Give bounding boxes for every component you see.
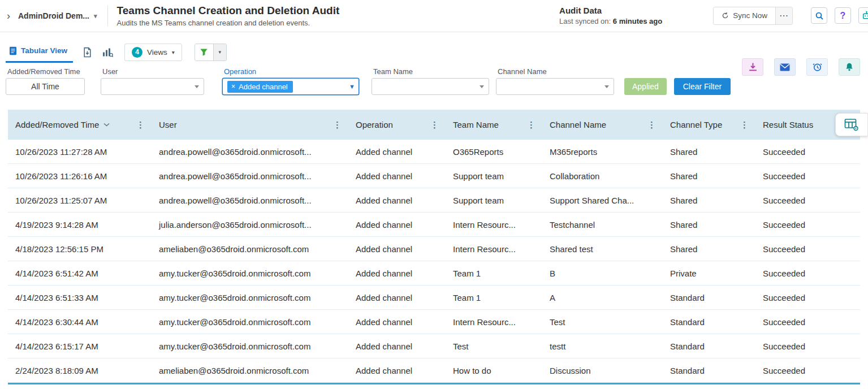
table-cell: amy.tucker@o365droid.onmicrosoft.com	[152, 334, 348, 358]
table-cell: 10/26/2023 11:26:16 AM	[8, 164, 152, 188]
filter-split-button: ▾	[195, 44, 227, 61]
filter-options-caret[interactable]: ▾	[213, 44, 226, 60]
chevron-down-icon: ▼	[349, 83, 355, 90]
filter-operation-select[interactable]: × Added channel ▼	[222, 78, 359, 95]
filter-time: Added/Removed Time All Time	[6, 67, 85, 95]
audit-data-label: Audit Data	[559, 5, 662, 16]
table-cell: 2/24/2023 8:18:09 AM	[8, 358, 152, 382]
clear-filter-button[interactable]: Clear Filter	[674, 78, 731, 95]
table-cell: Shared	[663, 188, 755, 212]
table-row[interactable]: 2/24/2023 8:18:09 AMameliaben@o365droid.…	[8, 358, 860, 383]
table-cell: Succeeded	[755, 358, 860, 382]
assistant-bot-button[interactable]	[858, 7, 868, 24]
table-row[interactable]: 4/19/2023 9:14:28 AMjulia.anderson@o365d…	[8, 213, 860, 237]
schedule-button[interactable]	[806, 58, 828, 76]
filter-user-label: User	[101, 67, 204, 76]
table-cell: amy.tucker@o365droid.onmicrosoft.com	[152, 310, 348, 334]
download-icon	[748, 62, 758, 72]
column-header-team[interactable]: Team Name ⋮	[446, 110, 542, 140]
column-menu-icon[interactable]: ⋮	[135, 120, 146, 130]
more-options-button[interactable]: ⋯	[775, 7, 792, 24]
expand-sidebar-icon[interactable]: ›	[3, 11, 14, 21]
chevron-down-icon: ▾	[172, 49, 175, 55]
alarm-clock-icon	[813, 62, 822, 72]
table-cell: Added channel	[348, 140, 446, 163]
column-header-operation[interactable]: Operation ⋮	[348, 110, 446, 140]
content-area: Tabular View 4 Views ▾ ▾	[0, 32, 868, 384]
table-cell: Shared	[663, 237, 755, 261]
search-button[interactable]	[811, 7, 827, 24]
page-title: Teams Channel Creation and Deletion Audi…	[117, 5, 340, 18]
org-selector-label: AdminDroid Dem...	[18, 11, 89, 20]
table-row[interactable]: 10/26/2023 11:27:28 AMandrea.powell@o365…	[8, 140, 860, 164]
chip-remove-icon[interactable]: ×	[231, 83, 235, 90]
table-row[interactable]: 10/26/2023 11:26:16 AMandrea.powell@o365…	[8, 164, 860, 188]
views-dropdown[interactable]: 4 Views ▾	[124, 44, 182, 61]
views-count-badge: 4	[132, 47, 142, 58]
table-header-row: Added/Removed Time ⋮ User ⋮ Operation ⋮ …	[8, 110, 860, 140]
filter-team-select[interactable]	[372, 78, 489, 95]
table-cell: Succeeded	[755, 310, 860, 334]
table-row[interactable]: 4/14/2023 6:51:42 AMamy.tucker@o365droid…	[8, 261, 860, 286]
bell-icon	[845, 62, 854, 72]
refresh-icon	[722, 12, 729, 19]
filter-operation: Operation × Added channel ▼	[222, 67, 359, 95]
filter-user-select[interactable]	[101, 78, 204, 95]
column-header-channel-type[interactable]: Channel Type ⋮	[663, 110, 755, 140]
alerts-button[interactable]	[839, 58, 860, 76]
column-menu-icon[interactable]: ⋮	[739, 120, 750, 130]
table-cell: andrea.powell@o365droid.onmicrosoft...	[152, 164, 348, 188]
column-menu-icon[interactable]: ⋮	[646, 120, 657, 130]
table-cell: Succeeded	[755, 164, 860, 188]
table-row[interactable]: 10/26/2023 11:25:07 AMandrea.powell@o365…	[8, 188, 860, 213]
sync-group: Sync Now ⋯	[713, 7, 793, 25]
table-cell: Succeeded	[755, 188, 860, 212]
table-row[interactable]: 4/14/2023 6:51:33 AMamy.tucker@o365droid…	[8, 286, 860, 310]
table-cell: Standard	[663, 310, 755, 334]
table-bottom-scroll-edge[interactable]	[8, 383, 860, 384]
table-cell: Shared	[663, 164, 755, 188]
filter-channel-select[interactable]	[496, 78, 614, 95]
table-cell: Support Shared Cha...	[542, 188, 663, 212]
export-report-button[interactable]	[82, 47, 93, 58]
tab-tabular-view[interactable]: Tabular View	[6, 42, 73, 63]
table-cell: testt	[542, 334, 663, 358]
audit-data-block: Audit Data Last synced on: 6 minutes ago	[559, 5, 662, 27]
download-button[interactable]	[742, 58, 763, 76]
column-header-user[interactable]: User ⋮	[152, 110, 348, 140]
table-cell: Team 1	[446, 261, 542, 285]
org-selector-dropdown[interactable]: AdminDroid Dem... ▾	[14, 8, 102, 24]
title-block: Teams Channel Creation and Deletion Audi…	[117, 5, 340, 28]
table-cell: How to do	[446, 358, 542, 382]
column-header-channel[interactable]: Channel Name ⋮	[542, 110, 663, 140]
table-cell: A	[542, 286, 663, 309]
column-header-time[interactable]: Added/Removed Time ⋮	[8, 110, 152, 140]
filter-time-select[interactable]: All Time	[6, 78, 85, 95]
help-button[interactable]: ?	[835, 7, 851, 24]
table-cell: Testchannel	[542, 213, 663, 236]
table-settings-icon	[844, 118, 859, 132]
sync-now-button[interactable]: Sync Now	[714, 7, 775, 24]
chart-view-button[interactable]	[102, 47, 113, 58]
table-cell: Team 1	[446, 286, 542, 309]
sort-descending-icon[interactable]	[103, 123, 110, 127]
table-cell: Succeeded	[755, 213, 860, 236]
funnel-icon	[200, 48, 208, 57]
table-cell: Shared	[663, 140, 755, 163]
table-row[interactable]: 4/14/2023 6:30:44 AMamy.tucker@o365droid…	[8, 310, 860, 334]
page-subtitle: Audits the MS Teams channel creation and…	[117, 19, 340, 27]
column-chooser-button[interactable]	[835, 113, 868, 136]
table-cell: Support team	[446, 188, 542, 212]
filter-button[interactable]	[195, 44, 213, 60]
table-cell: andrea.powell@o365droid.onmicrosoft...	[152, 188, 348, 212]
table-row[interactable]: 4/14/2023 6:15:17 AMamy.tucker@o365droid…	[8, 334, 860, 358]
column-menu-icon[interactable]: ⋮	[332, 120, 343, 130]
column-menu-icon[interactable]: ⋮	[526, 120, 537, 130]
table-row[interactable]: 4/18/2023 12:56:15 PMameliaben@o365droid…	[8, 237, 860, 261]
filter-operation-label: Operation	[222, 67, 359, 76]
column-menu-icon[interactable]: ⋮	[429, 120, 440, 130]
email-button[interactable]	[774, 58, 796, 76]
views-label: Views	[147, 48, 167, 57]
applied-button[interactable]: Applied	[624, 78, 667, 95]
table-cell: Succeeded	[755, 261, 860, 285]
